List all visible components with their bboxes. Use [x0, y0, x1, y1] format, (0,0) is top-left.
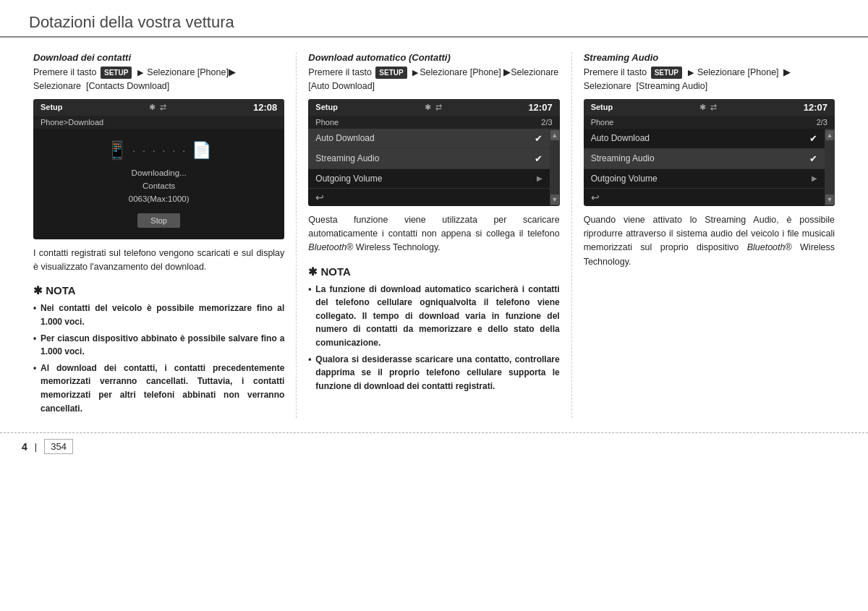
- screen3-subheader: Phone 2/3: [584, 116, 835, 129]
- page-label: 354: [44, 439, 73, 454]
- screen2-item2-icon: ✔: [535, 153, 542, 164]
- col3-body: Quando viene attivato lo Streaming Audio…: [584, 213, 835, 270]
- screen2-title: Setup: [315, 103, 338, 111]
- screen3-item3-label: Outgoing Volume: [591, 174, 658, 184]
- screen3-time: 12:07: [804, 102, 827, 113]
- screen1-subheader: Phone>Download: [33, 116, 284, 129]
- bluetooth-text-2: Bluetooth: [308, 242, 346, 252]
- stop-button[interactable]: Stop: [137, 213, 180, 228]
- page-header: Dotazioni della vostra vettura: [0, 0, 868, 38]
- download-icon-row: 📱 · · · · · · 📄: [106, 140, 211, 161]
- scroll-up-btn-3[interactable]: ▲: [825, 130, 834, 140]
- screen3-item-2: Streaming Audio ✔: [584, 149, 825, 169]
- scroll-up-btn-2[interactable]: ▲: [550, 130, 559, 140]
- screen3-item1-icon: ✔: [809, 133, 817, 144]
- setup-badge-1: SETUP: [101, 67, 132, 79]
- nota-item: Qualora si desiderasse scaricare una con…: [308, 353, 559, 393]
- screen2-item-1: Auto Download ✔: [308, 129, 549, 149]
- col1-section-title: Download dei contatti: [33, 52, 284, 63]
- col2-screen: Setup ✱ ⇄ 12:07 Phone 2/3 Auto Download …: [308, 99, 559, 206]
- content-area: Download dei contatti Premere il tasto S…: [0, 52, 868, 418]
- screen3-header: Setup ✱ ⇄ 12:07: [584, 99, 835, 116]
- screen1-header: Setup ✱ ⇄ 12:08: [33, 99, 284, 116]
- col2-intro: Premere il tasto SETUP ▶Selezionare [Pho…: [308, 66, 559, 93]
- screen2-item1-icon: ✔: [535, 133, 542, 144]
- footer-divider: |: [35, 441, 37, 452]
- screen2-back: ↩: [308, 189, 549, 206]
- screen2-item-3: Outgoing Volume ▶: [308, 169, 549, 189]
- arrow-3: ▶: [688, 68, 694, 77]
- screen1-download-area: 📱 · · · · · · 📄 Downloading...Contacts00…: [33, 129, 284, 239]
- col2-nota-list: La funzione di download automatico scari…: [308, 283, 559, 393]
- phone-icon: 📱: [106, 140, 128, 161]
- screen3-icons: ✱ ⇄: [699, 103, 717, 112]
- scroll-down-btn-3[interactable]: ▼: [825, 195, 834, 205]
- screen2-time: 12:07: [528, 102, 552, 113]
- bluetooth-text-3: Bluetooth: [747, 242, 786, 252]
- screen3-item-1: Auto Download ✔: [584, 129, 825, 149]
- col2-section-title: Download automatico (Contatti): [308, 52, 559, 63]
- back-icon-3: ↩: [591, 192, 600, 203]
- screen3-row: Auto Download ✔ Streaming Audio ✔ Outgoi…: [584, 129, 835, 206]
- screen1-time: 12:08: [253, 102, 277, 113]
- arrow-1: ▶: [137, 68, 143, 77]
- screen2-subtitle: Phone: [315, 118, 339, 127]
- nota-item: Nei contatti del veicolo è possibile mem…: [33, 302, 284, 328]
- page-footer: 4 | 354: [0, 432, 868, 460]
- col1-body: I contatti registrati sul telefono vengo…: [33, 247, 284, 275]
- download-text: Downloading...Contacts0063(Max:1000): [129, 166, 190, 206]
- screen3-item-3: Outgoing Volume ▶: [584, 169, 825, 189]
- screen3-subtitle: Phone: [591, 118, 614, 127]
- col3-intro: Premere il tasto SETUP ▶ Selezionare [Ph…: [584, 66, 835, 93]
- page-title: Dotazioni della vostra vettura: [29, 13, 839, 32]
- dots-icon: · · · · · ·: [132, 145, 187, 156]
- col2-nota: ✱ NOTA La funzione di download automatic…: [308, 265, 559, 393]
- nota-item: La funzione di download automatico scari…: [308, 283, 559, 350]
- col1-nota: ✱ NOTA Nei contatti del veicolo è possib…: [33, 284, 284, 415]
- screen3-scrollbar: ▲ ▼: [825, 129, 835, 206]
- screen3-page: 2/3: [817, 118, 827, 127]
- arrow-2: ▶: [412, 68, 418, 77]
- column-3: Streaming Audio Premere il tasto SETUP ▶…: [572, 52, 846, 418]
- column-2: Download automatico (Contatti) Premere i…: [297, 52, 571, 418]
- screen2-row: Auto Download ✔ Streaming Audio ✔ Outgoi…: [308, 129, 559, 206]
- screen1-icons: ✱ ⇄: [149, 103, 166, 112]
- screen3-items: Auto Download ✔ Streaming Audio ✔ Outgoi…: [584, 129, 825, 206]
- screen3-item3-icon: ▶: [812, 174, 817, 182]
- screen2-icons: ✱ ⇄: [425, 103, 442, 112]
- col3-section-title: Streaming Audio: [584, 52, 835, 63]
- screen2-item-2: Streaming Audio ✔: [308, 149, 549, 169]
- screen3-item2-label: Streaming Audio: [591, 153, 655, 163]
- scroll-down-btn-2[interactable]: ▼: [550, 195, 559, 205]
- back-icon-2: ↩: [315, 192, 324, 203]
- screen1-title: Setup: [41, 103, 63, 111]
- col1-intro: Premere il tasto SETUP ▶ Selezionare [Ph…: [33, 66, 284, 93]
- screen2-header: Setup ✱ ⇄ 12:07: [308, 99, 559, 116]
- nota-item: Per ciascun dispositivo abbinato è possi…: [33, 332, 284, 359]
- col3-screen: Setup ✱ ⇄ 12:07 Phone 2/3 Auto Download …: [584, 99, 835, 206]
- screen3-title: Setup: [591, 103, 613, 111]
- screen3-item2-icon: ✔: [809, 153, 817, 164]
- screen2-scrollbar: ▲ ▼: [550, 129, 560, 206]
- setup-badge-3: SETUP: [651, 67, 682, 79]
- col1-screen: Setup ✱ ⇄ 12:08 Phone>Download 📱 · · · ·…: [33, 99, 284, 239]
- screen1-subtitle: Phone>Download: [41, 118, 103, 127]
- page-number: 4: [22, 441, 27, 453]
- col2-body: Questa funzione viene utilizzata per sca…: [308, 213, 559, 255]
- setup-badge-2: SETUP: [375, 67, 407, 79]
- col1-nota-list: Nei contatti del veicolo è possibile mem…: [33, 302, 284, 415]
- column-1: Download dei contatti Premere il tasto S…: [22, 52, 297, 418]
- screen2-page: 2/3: [541, 118, 552, 127]
- col1-nota-title: ✱ NOTA: [33, 284, 284, 297]
- nota-item: Al download dei contatti, i contatti pre…: [33, 362, 284, 415]
- screen2-item3-label: Outgoing Volume: [315, 174, 382, 184]
- doc-icon: 📄: [192, 141, 211, 160]
- screen2-subheader: Phone 2/3: [308, 116, 559, 129]
- screen2-item1-label: Auto Download: [315, 133, 374, 143]
- screen3-item1-label: Auto Download: [591, 133, 650, 143]
- screen2-item3-icon: ▶: [537, 174, 542, 182]
- screen3-back: ↩: [584, 189, 825, 206]
- screen2-item2-label: Streaming Audio: [315, 153, 379, 163]
- col2-nota-title: ✱ NOTA: [308, 265, 559, 278]
- page-wrapper: Dotazioni della vostra vettura Download …: [0, 0, 868, 460]
